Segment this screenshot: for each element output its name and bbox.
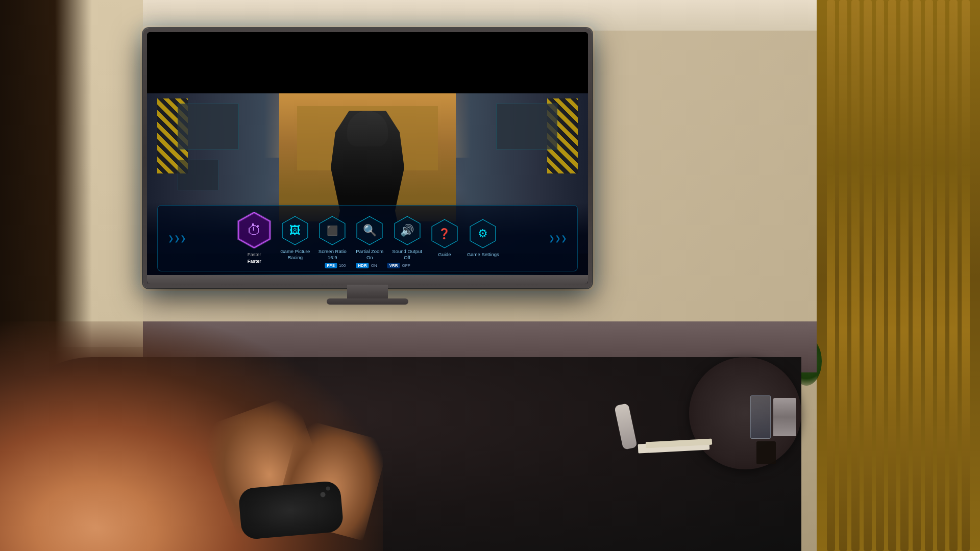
screen-ratio-icon: ⬛	[327, 225, 338, 236]
fps-label: FPS	[325, 263, 337, 268]
partial-zoom-icon: 🔍	[363, 224, 377, 237]
hdr-badge: HDR ON	[356, 263, 377, 268]
person-area	[0, 321, 383, 551]
tv-frame: ❯❯❯ ❯❯❯	[143, 28, 592, 288]
game-controller	[238, 480, 344, 540]
hdr-label: HDR	[356, 263, 369, 268]
guide-label: Guide	[438, 252, 451, 258]
hdr-value: ON	[371, 263, 377, 268]
game-menu-bar: ❯❯❯ ❯❯❯	[157, 205, 578, 271]
sound-output-icon: 🔊	[400, 224, 414, 237]
screen-ratio-label: Screen Ratio 16:9	[318, 248, 347, 261]
game-picture-label: Game Picture Racing	[280, 248, 310, 261]
menu-item-game-picture[interactable]: 🖼 Game Picture Racing	[280, 216, 310, 261]
menu-item-sound-output[interactable]: 🔊 Sound Output Off	[392, 216, 422, 261]
fps-badge: FPS 100	[325, 263, 346, 268]
screen-ratio-icon-container: ⬛	[317, 216, 347, 245]
menu-item-game-settings[interactable]: ⚙ Game Settings	[467, 219, 499, 258]
arrow-chevron-right-icon: ❯❯❯	[549, 234, 567, 242]
game-settings-icon: ⚙	[478, 227, 488, 240]
vrr-badge: VRR OFF	[387, 263, 410, 268]
tv-bottom-bar	[147, 275, 588, 284]
menu-items-container: ⏱ Faster Faster	[168, 212, 567, 264]
fps-value: 100	[339, 263, 346, 268]
input-lag-label: Faster Faster	[248, 252, 261, 264]
menu-item-guide[interactable]: ❓ Guide	[430, 219, 459, 258]
black-bar-top	[147, 32, 588, 90]
menu-arrows-left: ❯❯❯	[168, 234, 186, 242]
guide-icon: ❓	[438, 228, 451, 240]
game-picture-icon-container: 🖼	[280, 216, 310, 245]
panel-right-1	[496, 104, 557, 149]
tv-base	[327, 298, 408, 305]
glass-1	[750, 395, 771, 439]
partial-zoom-icon-container: 🔍	[355, 216, 384, 245]
partial-zoom-label: Partial Zoom On	[356, 248, 383, 261]
metal-container	[773, 398, 796, 436]
tv-screen: ❯❯❯ ❯❯❯	[147, 32, 588, 284]
controller-btn-a	[320, 492, 326, 497]
menu-item-input-lag[interactable]: ⏱ Faster Faster	[236, 212, 273, 264]
sound-output-label: Sound Output Off	[392, 248, 422, 261]
menu-arrows-right: ❯❯❯	[549, 234, 567, 242]
game-picture-icon: 🖼	[289, 224, 301, 237]
status-bar: FPS 100 HDR ON VRR OFF	[325, 263, 410, 268]
room-lower	[0, 321, 980, 551]
menu-item-screen-ratio[interactable]: ⬛ Screen Ratio 16:9	[317, 216, 347, 261]
drink-glass-inner	[756, 441, 776, 464]
menu-item-partial-zoom[interactable]: 🔍 Partial Zoom On	[355, 216, 384, 261]
game-hud: ❯❯❯ ❯❯❯	[147, 203, 588, 284]
tv-pedestal	[347, 285, 388, 300]
game-settings-label: Game Settings	[467, 252, 499, 258]
guide-icon-container: ❓	[430, 219, 459, 248]
panel-left-2	[178, 160, 218, 190]
controller-btn-b	[326, 486, 330, 491]
game-scene: ❯❯❯ ❯❯❯	[147, 32, 588, 284]
character-helmet	[347, 111, 388, 146]
vrr-value: OFF	[402, 263, 410, 268]
game-settings-icon-container: ⚙	[468, 219, 498, 248]
input-lag-icon-container: ⏱	[236, 212, 273, 248]
sound-output-icon-container: 🔊	[393, 216, 422, 245]
panel-left-1	[178, 104, 239, 149]
input-lag-icon: ⏱	[247, 222, 261, 239]
vrr-label: VRR	[387, 263, 400, 268]
arrow-chevron-icon: ❯❯❯	[168, 234, 186, 242]
